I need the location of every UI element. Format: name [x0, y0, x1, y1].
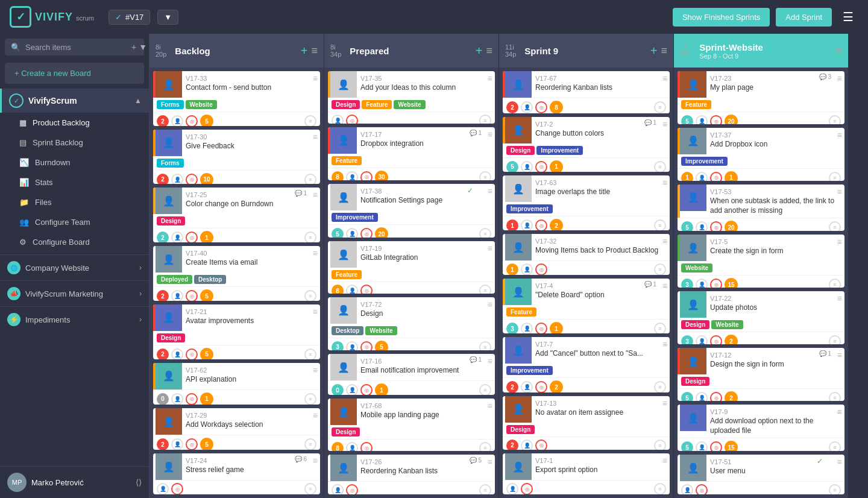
card-options-icon[interactable]: ≡	[837, 130, 842, 140]
card-V17-1[interactable]: ≡ 👤 V17-1 Export sprint option 👤 ◎ ≡	[503, 453, 670, 494]
filter-button[interactable]: ▼	[157, 10, 178, 25]
card-options-icon[interactable]: ≡	[488, 300, 492, 309]
card-options-icon[interactable]: ≡	[837, 457, 842, 467]
col-menu-button[interactable]: ≡	[311, 45, 318, 57]
card-V17-22[interactable]: ≡ 👤 V17-22 Update photos DesignWebsite 3…	[678, 291, 844, 344]
card-badge: Feature	[681, 100, 711, 109]
card-options-icon[interactable]: ≡	[488, 244, 492, 253]
card-V17-21[interactable]: ≡ 👤 V17-21 Avatar improvements Design 2 …	[153, 304, 320, 359]
card-V17-2[interactable]: 💬 1 ≡ 👤 V17-2 Change button colors Desig…	[503, 117, 670, 172]
card-options-icon[interactable]: ≡	[488, 186, 492, 196]
col-add-button[interactable]: +	[825, 44, 832, 58]
sidebar-impediments[interactable]: ⚡ Impediments ›	[0, 306, 149, 332]
card-options-icon[interactable]: ≡	[662, 74, 667, 83]
card-V17-17[interactable]: 💬 1 ≡ 👤 V17-17 Dropbox integration Featu…	[328, 127, 495, 181]
col-add-button[interactable]: +	[301, 44, 308, 58]
card-V17-32[interactable]: ≡ 👤 V17-32 Moving Items back to Product …	[503, 234, 670, 275]
card-options-icon[interactable]: ≡	[488, 401, 492, 411]
sidebar-collapse-icon[interactable]: ⟨⟩	[136, 478, 142, 487]
card-options-icon[interactable]: ≡	[837, 74, 842, 83]
card-options-icon[interactable]: ≡	[313, 456, 318, 465]
col-add-button[interactable]: +	[650, 44, 658, 58]
card-V17-30[interactable]: ≡ 👤 V17-30 Give Feedback Forms 2 👤 ◎ 10 …	[153, 130, 320, 184]
col-menu-button[interactable]: ≡	[661, 45, 667, 57]
add-sprint-button[interactable]: Add Sprint	[776, 8, 832, 27]
card-options-icon[interactable]: ≡	[313, 411, 318, 420]
card-badges: Feature	[503, 305, 670, 319]
search-add-icon[interactable]: +	[131, 42, 136, 52]
card-options-icon[interactable]: ≡	[662, 456, 667, 465]
card-V17-7[interactable]: ≡ 👤 V17-7 Add "Cancel" button next to "S…	[503, 337, 670, 392]
card-options-icon[interactable]: ≡	[313, 365, 318, 375]
card-V17-23[interactable]: 💬 3 ≡ 👤 V17-23 My plan page Feature 5 👤 …	[678, 71, 844, 124]
card-options-icon[interactable]: ≡	[488, 356, 492, 366]
search-input[interactable]	[25, 43, 127, 52]
sidebar-item-burndown[interactable]: 📉 Burndown	[0, 153, 149, 172]
sidebar-item-sprint-backlog[interactable]: ▤ Sprint Backlog	[0, 133, 149, 153]
card-options-icon[interactable]: ≡	[662, 236, 667, 246]
col-menu-button[interactable]: ≡	[835, 45, 842, 57]
hamburger-button[interactable]: ☰	[838, 7, 858, 27]
card-assign-icon: 👤	[346, 228, 358, 238]
card-options-icon[interactable]: ≡	[313, 74, 318, 83]
configure-board-icon: ⚙	[19, 238, 27, 247]
card-options-icon[interactable]: ≡	[662, 119, 667, 129]
card-top: 👤 V17-29 Add Workdays selection	[153, 408, 320, 435]
card-V17-35[interactable]: ≡ 👤 V17-35 Add your Ideas to this column…	[328, 71, 495, 124]
card-options-icon[interactable]: ≡	[313, 307, 318, 317]
sidebar-project-vivifyscrum[interactable]: ✓ VivifyScrum ▲	[0, 89, 149, 113]
sidebar-project-company-website[interactable]: 🌐 Company Website ›	[0, 254, 149, 280]
sprint-badge[interactable]: ✓ #V17	[108, 10, 150, 25]
card-options-icon[interactable]: ≡	[837, 237, 842, 247]
card-V17-72[interactable]: ≡ 👤 V17-72 Design DesktopWebsite 3 👤 ◎ 5…	[328, 297, 495, 351]
card-V17-12[interactable]: 💬 1 ≡ 👤 V17-12 Design the sign in form D…	[678, 348, 844, 401]
card-options-icon[interactable]: ≡	[837, 294, 842, 303]
card-options-icon[interactable]: ≡	[662, 178, 667, 188]
card-options-icon[interactable]: ≡	[662, 399, 667, 408]
col-points: 20p	[156, 51, 166, 58]
card-V17-62[interactable]: ≡ 👤 V17-62 API explanation 0 👤 ◎ 1 ≡	[153, 363, 320, 405]
card-V17-25[interactable]: 💬 1 ≡ 👤 V17-25 Color change on Burndown …	[153, 188, 320, 242]
sidebar-project-vivifyscrum-marketing[interactable]: 📣 VivifyScrum Marketing ›	[0, 280, 149, 306]
card-V17-63[interactable]: ≡ 👤 V17-63 Image overlaps the title Impr…	[503, 175, 670, 230]
card-V17-37[interactable]: ≡ 👤 V17-37 Add Dropbox icon Improvement …	[678, 128, 844, 181]
card-V17-9[interactable]: ≡ 👤 V17-9 Add download option next to th…	[678, 405, 844, 451]
search-more-icon[interactable]: ▼	[139, 42, 147, 52]
sidebar-item-configure-board[interactable]: ⚙ Configure Board	[0, 232, 149, 252]
card-V17-13[interactable]: ≡ 👤 V17-13 No avatar on item assignee De…	[503, 396, 670, 450]
card-options-icon[interactable]: ≡	[837, 350, 842, 360]
card-options-icon[interactable]: ≡	[662, 281, 667, 291]
card-options-icon[interactable]: ≡	[662, 339, 667, 349]
card-V17-38[interactable]: ✓ ≡ 👤 V17-38 Notification Settings page …	[328, 184, 495, 238]
card-V17-5[interactable]: ≡ 👤 V17-5 Create the sign in form Websit…	[678, 235, 844, 288]
card-V17-68[interactable]: ≡ 👤 V17-68 Mobile app landing page Desig…	[328, 399, 495, 451]
col-add-button[interactable]: +	[476, 44, 483, 58]
card-options-icon[interactable]: ≡	[488, 74, 492, 83]
card-options-icon[interactable]: ≡	[313, 190, 318, 200]
show-finished-button[interactable]: Show Finished Sprints	[673, 8, 770, 27]
card-options-icon[interactable]: ≡	[837, 407, 842, 417]
card-V17-33[interactable]: ≡ 👤 V17-33 Contact form - send button Fo…	[153, 71, 320, 126]
sidebar-item-stats[interactable]: 📊 Stats	[0, 172, 149, 192]
card-options-icon[interactable]: ≡	[837, 187, 842, 197]
card-V17-26[interactable]: 💬 5 ≡ 👤 V17-26 Reordering Kanban lists 👤…	[328, 455, 495, 494]
card-V17-40[interactable]: ≡ 👤 V17-40 Create Items via email Deploy…	[153, 246, 320, 301]
card-V17-19[interactable]: ≡ 👤 V17-19 GitLab Integration Feature 8 …	[328, 241, 495, 294]
card-V17-67[interactable]: ≡ 👤 V17-67 Reordering Kanban lists 2 👤 ◎…	[503, 71, 670, 113]
card-V17-53[interactable]: ≡ 👤 V17-53 When one subtask is added, th…	[678, 184, 844, 231]
search-box[interactable]: 🔍 + ▼	[5, 39, 144, 55]
card-options-icon[interactable]: ≡	[313, 132, 318, 142]
card-V17-29[interactable]: ≡ 👤 V17-29 Add Workdays selection 2 👤 ◎ …	[153, 408, 320, 450]
sidebar-item-configure-team[interactable]: 👥 Configure Team	[0, 212, 149, 232]
card-options-icon[interactable]: ≡	[488, 457, 492, 467]
card-options-icon[interactable]: ≡	[313, 248, 318, 258]
sidebar-item-files[interactable]: 📁 Files	[0, 192, 149, 212]
card-options-icon[interactable]: ≡	[488, 130, 492, 139]
sidebar-item-product-backlog[interactable]: ▦ Product Backlog	[0, 113, 149, 133]
card-V17-4[interactable]: 💬 1 ≡ 👤 V17-4 "Delete Board" option Feat…	[503, 279, 670, 333]
col-menu-button[interactable]: ≡	[486, 45, 492, 57]
card-V17-51[interactable]: ✓ ≡ 👤 V17-51 User menu 👤 ◎ ≡	[678, 455, 844, 494]
card-V17-24[interactable]: 💬 6 ≡ 👤 V17-24 Stress relief game 👤 ◎ ≡	[153, 453, 320, 494]
create-board-button[interactable]: + Create a new Board	[5, 63, 144, 84]
card-V17-16[interactable]: 💬 1 ≡ 👤 V17-16 Email notification improv…	[328, 354, 495, 395]
